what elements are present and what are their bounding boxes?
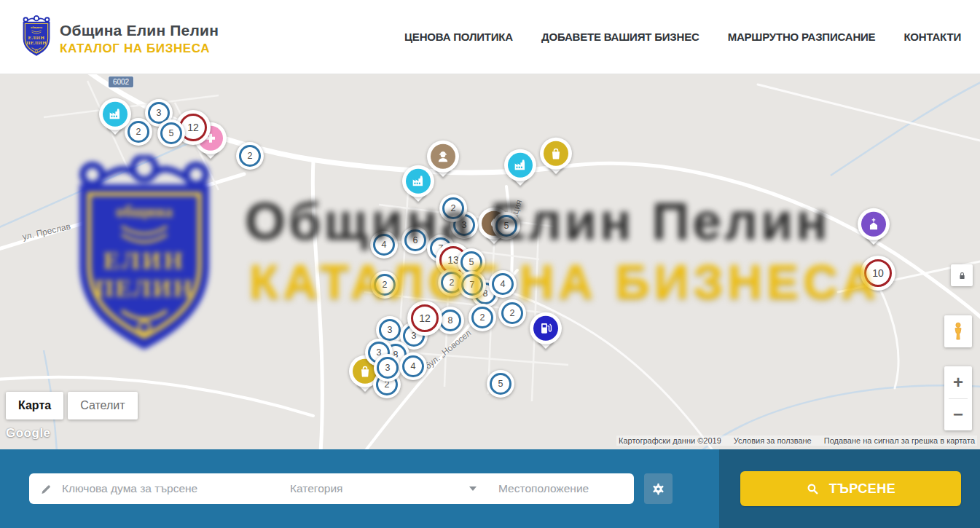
factory-pin[interactable] [99, 98, 131, 141]
pegman-icon [950, 320, 966, 342]
pencil-icon [40, 483, 52, 495]
category-select-value: Категория [290, 482, 342, 495]
bag-icon [544, 141, 568, 166]
keyword-field [29, 473, 279, 504]
cluster-marker[interactable]: 2 [498, 299, 526, 327]
cluster-count: 3 [157, 108, 162, 118]
location-select[interactable]: Местоположение [487, 473, 634, 504]
cluster-count: 6 [413, 235, 418, 245]
map-type-satellite-button[interactable]: Сателит [68, 392, 137, 419]
factory-icon [508, 153, 533, 178]
cluster-count: 8 [448, 315, 453, 326]
cluster-marker[interactable]: 2 [236, 142, 264, 170]
cluster-count: 2 [248, 151, 253, 161]
cluster-count: 7 [470, 280, 475, 290]
cluster-count: 4 [411, 361, 416, 371]
zoom-in-button[interactable]: + [944, 367, 972, 398]
search-icon [806, 482, 820, 496]
cluster-count: 2 [136, 127, 141, 137]
cluster-count: 2 [383, 280, 388, 290]
search-button-label: ТЪРСЕНЕ [829, 481, 896, 497]
crest-line1-text: ЕЛИН [28, 35, 44, 40]
cluster-count: 2 [450, 277, 455, 288]
cluster-count: 5 [504, 221, 509, 231]
factory-pin[interactable] [504, 149, 536, 192]
nav-pricing-policy[interactable]: ЦЕНОВА ПОЛИТИКА [404, 31, 513, 43]
map-attribution: Картографски данни ©2019 Условия за полз… [616, 436, 977, 446]
site-title: Община Елин Пелин [60, 22, 219, 39]
zoom-out-button[interactable]: − [944, 399, 972, 430]
gear-icon [651, 481, 666, 497]
nav-route-schedule[interactable]: МАРШРУТНО РАЗПИСАНИЕ [728, 31, 876, 43]
municipality-crest-icon: община ЕЛИН ПЕЛИН [20, 15, 53, 58]
factory-icon [406, 169, 431, 194]
nav-add-your-business[interactable]: ДОБАВЕТЕ ВАШИЯТ БИЗНЕС [541, 31, 699, 43]
cluster-count: 2 [480, 312, 485, 323]
cluster-count: 5 [169, 128, 174, 138]
category-select[interactable]: Категория [279, 473, 487, 504]
zoom-control: + − [944, 366, 972, 430]
attribution-report-error-link[interactable]: Подаване на сигнал за грешка в картата [824, 436, 975, 445]
church-pin[interactable] [858, 208, 890, 251]
cluster-marker[interactable]: 4 [489, 270, 517, 298]
cluster-count: 3 [385, 363, 391, 373]
cluster-count: 5 [498, 379, 503, 389]
cluster-count: 12 [419, 312, 431, 324]
map-type-control: Карта Сателит [6, 392, 138, 419]
location-select-value: Местоположение [498, 482, 589, 495]
fuel-pin[interactable] [530, 312, 562, 355]
cluster-count: 3 [388, 325, 393, 335]
main-nav: ЦЕНОВА ПОЛИТИКА ДОБАВЕТЕ ВАШИЯТ БИЗНЕС М… [404, 0, 961, 74]
cluster-marker[interactable]: 3 [374, 354, 401, 382]
cluster-marker[interactable]: 4 [399, 352, 427, 380]
map-type-map-button[interactable]: Карта [6, 392, 63, 419]
cluster-count: 5 [469, 257, 474, 267]
search-input-group: Категория Местоположение [29, 473, 634, 504]
nav-contacts[interactable]: КОНТАКТИ [903, 31, 961, 43]
church-icon [861, 212, 886, 237]
fuel-icon [533, 316, 558, 341]
cluster-count: 4 [382, 240, 387, 250]
site-subtitle: КАТАЛОГ НА БИЗНЕСА [60, 42, 219, 56]
cluster-count: 3 [462, 220, 467, 230]
cluster-count: 2 [510, 308, 515, 318]
map-lock-button[interactable] [951, 264, 973, 286]
cluster-marker[interactable]: 4 [370, 231, 398, 259]
crest-top-text: община [31, 25, 43, 29]
business-catalog-page: община ЕЛИН ПЕЛИН Община Елин Пелин КАТА… [0, 0, 980, 528]
google-map[interactable]: 6002 ул. Преславбул. „Новосел„ция 321252… [0, 74, 980, 449]
street-view-pegman-button[interactable] [944, 315, 972, 347]
header: община ЕЛИН ПЕЛИН Община Елин Пелин КАТА… [0, 0, 980, 74]
cluster-count: 2 [451, 203, 456, 213]
crest-line2-text: ПЕЛИН [26, 41, 47, 46]
cluster-marker[interactable]: 5 [157, 119, 185, 147]
factory-pin[interactable] [402, 165, 434, 208]
cluster-count: 10 [872, 267, 884, 279]
cluster-count: 4 [501, 279, 506, 289]
cluster-marker[interactable]: 2 [371, 271, 399, 299]
shopping-pin[interactable] [540, 138, 572, 180]
attribution-terms-link[interactable]: Условия за ползване [734, 436, 812, 445]
attribution-copyright: Картографски данни ©2019 [619, 436, 721, 445]
cluster-marker[interactable]: 2 [469, 304, 496, 331]
chevron-down-icon [469, 486, 477, 491]
search-bar: Категория Местоположение [0, 449, 980, 528]
cluster-marker[interactable]: 5 [487, 370, 514, 398]
cluster-marker[interactable]: 7 [458, 271, 486, 299]
lock-icon [957, 270, 968, 281]
google-logo[interactable]: Google [6, 426, 51, 441]
factory-icon [103, 102, 128, 127]
cluster-marker[interactable]: 6 [401, 226, 429, 254]
keyword-search-input[interactable] [60, 481, 270, 496]
cluster-marker[interactable]: 10 [861, 256, 895, 291]
site-logo[interactable]: община ЕЛИН ПЕЛИН Община Елин Пелин КАТА… [20, 15, 219, 58]
worker-icon [431, 144, 455, 169]
cluster-marker[interactable]: 12 [407, 301, 442, 336]
cluster-marker[interactable]: 2 [439, 194, 467, 222]
search-submit-button[interactable]: ТЪРСЕНЕ [740, 471, 961, 506]
cluster-marker[interactable]: 5 [493, 212, 520, 240]
road-number-badge: 6002 [109, 76, 133, 87]
cluster-count: 12 [187, 122, 199, 133]
advanced-search-button[interactable] [644, 473, 673, 504]
